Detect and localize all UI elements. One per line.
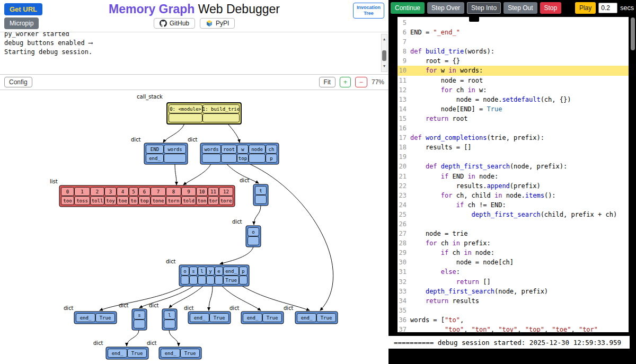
step-into-button[interactable]: Step Into <box>467 2 501 14</box>
get-url-button[interactable]: Get URL <box>4 3 42 15</box>
panel-drag-handle[interactable] <box>469 14 479 22</box>
micropip-button[interactable]: Micropip <box>4 17 39 29</box>
pypi-button[interactable]: PyPI <box>200 18 235 29</box>
scrollbar-thumb[interactable] <box>382 50 386 61</box>
cell-text: True <box>184 351 196 356</box>
github-label: GitHub <box>170 20 189 27</box>
code-line: 16 <box>398 123 629 133</box>
line-code: for ch, child in node.items(): <box>410 191 556 200</box>
line-number[interactable]: 9 <box>398 56 410 66</box>
node-type-label: dict <box>240 177 250 183</box>
cell-text: True <box>100 315 111 321</box>
line-number[interactable]: 16 <box>398 123 410 133</box>
continue-button[interactable]: Continue <box>391 2 425 14</box>
fit-button[interactable]: Fit <box>319 77 335 87</box>
line-number[interactable]: 10 <box>398 66 410 75</box>
line-number[interactable]: 7 <box>398 37 410 47</box>
node-type-label: dict <box>119 303 129 308</box>
line-number[interactable]: 6 <box>398 28 410 37</box>
code-line: 37 "too", "ton", "toy", "top", "toe", "t… <box>398 325 629 332</box>
code-scrollbar[interactable] <box>630 16 635 334</box>
line-number[interactable]: 8 <box>398 47 410 56</box>
delay-input[interactable] <box>598 3 617 13</box>
line-number[interactable]: 12 <box>398 85 410 95</box>
line-number[interactable]: 13 <box>398 95 410 104</box>
line-number[interactable]: 26 <box>398 219 410 229</box>
zoom-in-button[interactable]: + <box>340 77 351 87</box>
code-line: 24 if ch != END: <box>398 200 629 210</box>
config-button[interactable]: Config <box>4 77 32 87</box>
cell-text: end_ <box>80 315 92 321</box>
scroll-up-arrow[interactable]: ▲ <box>382 35 387 44</box>
node-cell <box>207 276 215 285</box>
line-number[interactable]: 15 <box>398 114 410 123</box>
invocation-tree-button[interactable]: Invocation Tree <box>353 3 384 19</box>
line-code: def depth_first_search(node, prefix): <box>410 162 567 171</box>
code-line: 5 <box>398 18 629 28</box>
github-icon <box>160 20 167 27</box>
memory-graph-canvas[interactable]: 0: <module>1: build_triecall_stackENDwor… <box>0 90 388 364</box>
node-cell <box>203 114 240 122</box>
line-code: depth_first_search(node, prefix) <box>410 287 548 296</box>
pypi-label: PyPI <box>216 20 229 27</box>
line-number[interactable]: 22 <box>398 181 410 191</box>
line-number[interactable]: 18 <box>398 143 410 152</box>
node-cell <box>202 154 221 163</box>
log-area[interactable]: py_worker started debug buttons enabled … <box>0 32 388 75</box>
line-number[interactable]: 37 <box>398 325 410 332</box>
line-number[interactable]: 36 <box>398 315 410 325</box>
status-bar: ========== debug session started: 2025-1… <box>388 336 630 349</box>
step-over-button[interactable]: Step Over <box>427 2 464 14</box>
line-number[interactable]: 27 <box>398 229 410 238</box>
left-panel: Get URL Micropip Memory Graph Web Debugg… <box>0 0 388 364</box>
cell-text: tone <box>153 198 164 203</box>
play-button[interactable]: Play <box>575 2 596 14</box>
line-number[interactable]: 35 <box>398 306 410 315</box>
cell-text: end_ <box>165 351 176 356</box>
cell-text: END <box>151 147 159 152</box>
node-type-label: dict <box>184 305 194 311</box>
line-number[interactable]: 11 <box>398 76 410 85</box>
cell-text: words <box>167 147 182 152</box>
cell-text: l <box>200 269 203 274</box>
line-number[interactable]: 34 <box>398 296 410 306</box>
graph-edge <box>254 206 261 225</box>
line-number[interactable]: 21 <box>398 172 410 181</box>
code-line: 31 else: <box>398 267 629 277</box>
line-number[interactable]: 30 <box>398 258 410 267</box>
log-line: Starting debug session. <box>4 48 384 57</box>
scrollbar-thumb[interactable] <box>631 17 635 50</box>
node-cell <box>215 276 223 285</box>
line-number[interactable]: 28 <box>398 238 410 248</box>
line-number[interactable]: 24 <box>398 200 410 210</box>
line-number[interactable]: 19 <box>398 152 410 162</box>
line-number[interactable]: 5 <box>398 18 410 28</box>
log-scrollbar[interactable]: ▲ ▼ <box>381 34 387 72</box>
code-editor[interactable]: 56END = "_end_"78def build_trie(words):9… <box>398 17 629 332</box>
line-number[interactable]: 29 <box>398 248 410 258</box>
cell-text: 1 <box>81 189 83 194</box>
line-number[interactable]: 32 <box>398 277 410 287</box>
zoom-out-button[interactable]: − <box>355 77 367 87</box>
cell-text: node <box>251 147 263 152</box>
graph-toolbar: Config Fit + − 77% <box>0 75 388 90</box>
line-number[interactable]: 23 <box>398 191 410 200</box>
line-number[interactable]: 25 <box>398 210 410 219</box>
cell-text: toy <box>106 198 115 203</box>
line-number[interactable]: 33 <box>398 287 410 296</box>
stop-button[interactable]: Stop <box>540 2 562 14</box>
step-out-button[interactable]: Step Out <box>504 2 537 14</box>
cell-text: words <box>204 147 218 152</box>
cell-text: 0: <module> <box>170 106 201 112</box>
code-line: 20 def depth_first_search(node, prefix): <box>398 162 629 171</box>
node-type-label: dict <box>131 137 141 143</box>
line-number[interactable]: 31 <box>398 267 410 277</box>
node-cell <box>134 320 145 329</box>
line-number[interactable]: 17 <box>398 133 410 143</box>
cell-text: 5 <box>132 189 135 194</box>
github-button[interactable]: GitHub <box>154 18 195 29</box>
line-number[interactable]: 20 <box>398 162 410 171</box>
scroll-down-arrow[interactable]: ▼ <box>382 62 387 71</box>
cell-text: top <box>238 156 247 161</box>
line-number[interactable]: 14 <box>398 104 410 114</box>
